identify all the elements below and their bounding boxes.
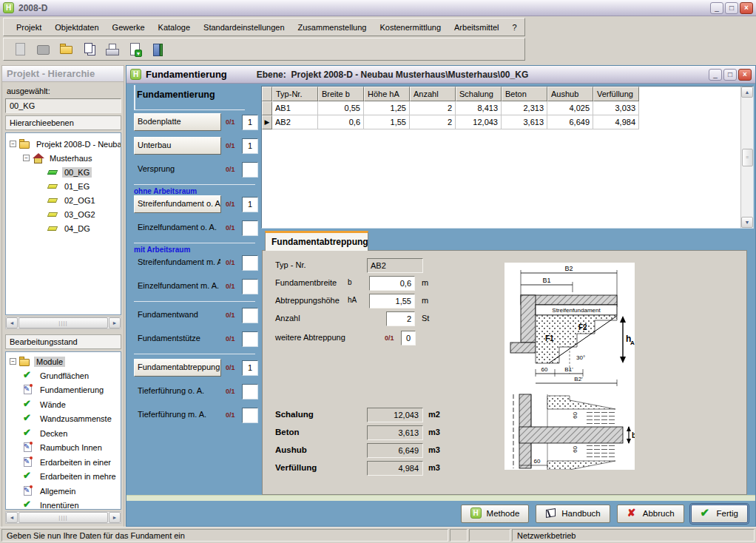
scroll-thumb[interactable]: ≡ bbox=[742, 149, 753, 166]
module-button[interactable]: Fundamentstütze bbox=[134, 330, 221, 348]
module-count-field[interactable]: 1 bbox=[242, 138, 258, 154]
scroll-up-icon[interactable]: ▲ bbox=[741, 87, 753, 98]
module-count-field[interactable] bbox=[242, 331, 258, 347]
module-count-field[interactable] bbox=[242, 384, 258, 399]
exit-icon[interactable] bbox=[149, 41, 168, 58]
close-button[interactable]: × bbox=[740, 2, 753, 14]
menu-item[interactable]: Kostenermittlung bbox=[373, 21, 448, 34]
new-document-icon[interactable] bbox=[11, 41, 30, 58]
open-disabled-icon[interactable] bbox=[34, 41, 53, 58]
tree-node[interactable]: − Musterhaus bbox=[6, 151, 121, 165]
copy-icon[interactable] bbox=[80, 41, 99, 58]
tree-node[interactable]: − 01_EG bbox=[6, 179, 121, 193]
scroll-left-icon[interactable]: ◄ bbox=[6, 317, 18, 328]
footer-button[interactable]: H Methode bbox=[461, 505, 530, 523]
module-status-item[interactable]: ✔ ✎ Wandzusammenste bbox=[6, 412, 121, 427]
column-header[interactable]: Schalung bbox=[456, 87, 502, 101]
menu-item[interactable]: Objektdaten bbox=[48, 21, 105, 34]
print-icon[interactable] bbox=[103, 41, 122, 58]
table-vscrollbar[interactable]: ▲ ≡ ▼ bbox=[740, 87, 753, 228]
menu-item[interactable]: Projekt bbox=[10, 21, 48, 34]
module-button[interactable]: Tieferführung m. A. bbox=[134, 406, 221, 424]
menu-item[interactable]: Zusammenstellung bbox=[291, 21, 374, 34]
column-header[interactable]: Höhe hA bbox=[364, 87, 410, 101]
module-button[interactable]: Bodenplatte bbox=[134, 113, 221, 131]
column-header[interactable]: Beton bbox=[502, 87, 547, 101]
scroll-thumb[interactable]: |||| bbox=[18, 317, 108, 328]
module-button[interactable]: Streifenfundament o. A. bbox=[134, 195, 221, 213]
module-count-field[interactable] bbox=[242, 162, 258, 178]
module-count-field[interactable] bbox=[242, 279, 258, 294]
module-status-item[interactable]: ✔ ✎ Allgemein bbox=[6, 484, 121, 499]
module-status-item[interactable]: ✔ ✎ Innentüren bbox=[6, 499, 121, 510]
module-status-item[interactable]: ✔ ✎ Wände bbox=[6, 397, 121, 412]
inner-minimize-button[interactable]: _ bbox=[709, 69, 722, 81]
column-header[interactable]: Anzahl bbox=[410, 87, 456, 101]
module-status-item[interactable]: ✔ ✎ Raumbuch Innen bbox=[6, 441, 121, 456]
footer-button[interactable]: ✘ Abbruch bbox=[617, 505, 684, 523]
menu-item[interactable]: Standardeinstellungen bbox=[197, 21, 291, 34]
tab-fundamentabtreppung[interactable]: Fundamentabtreppung bbox=[265, 231, 368, 251]
column-header[interactable]: Typ-Nr. bbox=[272, 87, 318, 101]
expander-icon[interactable]: − bbox=[10, 358, 16, 365]
module-button[interactable]: Einzelfundament o. A. bbox=[134, 219, 221, 237]
scroll-down-icon[interactable]: ▼ bbox=[741, 217, 753, 228]
weitere-input[interactable]: 0 bbox=[401, 331, 416, 345]
selected-value-field[interactable]: 00_KG bbox=[5, 98, 121, 113]
column-header[interactable]: Breite b bbox=[318, 87, 364, 101]
module-count-field[interactable]: 1 bbox=[242, 115, 258, 130]
expander-icon[interactable]: − bbox=[23, 155, 30, 161]
column-header[interactable]: Verfüllung bbox=[593, 87, 639, 101]
module-count-field[interactable]: 1 bbox=[242, 360, 258, 376]
status-hscrollbar[interactable]: ◄ |||| ► bbox=[5, 511, 121, 524]
module-root-node[interactable]: − Module bbox=[6, 354, 121, 368]
module-count-field[interactable] bbox=[242, 220, 258, 236]
module-count-field[interactable] bbox=[242, 255, 258, 271]
tree-node[interactable]: − 02_OG1 bbox=[6, 193, 121, 207]
inner-maximize-button[interactable]: □ bbox=[723, 69, 737, 81]
menu-item[interactable]: Arbeitsmittel bbox=[448, 21, 506, 34]
tree-node[interactable]: − 00_KG bbox=[6, 165, 121, 179]
module-count-field[interactable] bbox=[242, 308, 258, 323]
breite-input[interactable]: 0,6 bbox=[369, 276, 415, 291]
scroll-thumb[interactable]: |||| bbox=[18, 512, 108, 523]
module-button[interactable]: Versprung bbox=[134, 161, 221, 178]
scroll-left-icon[interactable]: ◄ bbox=[6, 512, 18, 523]
anzahl-input[interactable]: 2 bbox=[386, 311, 415, 326]
module-button[interactable]: Fundamentabtreppung bbox=[134, 359, 221, 377]
hoehe-input[interactable]: 1,55 bbox=[369, 294, 415, 308]
module-count-field[interactable]: 1 bbox=[242, 197, 258, 212]
scroll-right-icon[interactable]: ► bbox=[109, 317, 121, 328]
footer-button[interactable]: Handbuch bbox=[536, 505, 610, 523]
scroll-right-icon[interactable]: ► bbox=[109, 512, 121, 523]
table-row[interactable]: ▶ AB1 0,55 1,25 2 8,413 2,313 4,025 3,03… bbox=[262, 101, 740, 115]
module-status-item[interactable]: ✔ ✎ Erdarbeiten in einer bbox=[6, 455, 121, 470]
tree-node[interactable]: − 03_OG2 bbox=[6, 207, 121, 221]
minimize-button[interactable]: _ bbox=[710, 2, 723, 14]
module-status-item[interactable]: ✔ ✎ Grundflächen bbox=[6, 368, 121, 383]
module-count-field[interactable] bbox=[242, 408, 258, 423]
inner-close-button[interactable]: × bbox=[738, 69, 752, 81]
module-status-item[interactable]: ✔ ✎ Decken bbox=[6, 426, 121, 441]
module-counter: 0/1 bbox=[226, 166, 242, 173]
table-row[interactable]: ▶ AB2 0,6 1,55 2 12,043 3,613 6,649 4,98… bbox=[262, 115, 740, 129]
module-button[interactable]: Fundamentwand bbox=[134, 306, 221, 324]
open-folder-icon[interactable] bbox=[57, 41, 76, 58]
column-header[interactable]: Aushub bbox=[547, 87, 593, 101]
tree-node[interactable]: − Projekt 2008-D - Neubau bbox=[6, 137, 121, 151]
module-button[interactable]: Tieferführung o. A. bbox=[134, 382, 221, 400]
expander-icon[interactable]: − bbox=[10, 141, 16, 147]
tree-node[interactable]: − 04_DG bbox=[6, 221, 121, 235]
menu-item[interactable]: ? bbox=[506, 21, 524, 34]
menu-item[interactable]: Gewerke bbox=[106, 21, 152, 34]
footer-button[interactable]: ✔ Fertig bbox=[691, 505, 748, 523]
menu-item[interactable]: Kataloge bbox=[152, 21, 197, 34]
module-button[interactable]: Einzelfundament m. A. bbox=[134, 277, 221, 295]
module-button[interactable]: Unterbau bbox=[134, 137, 221, 155]
export-icon[interactable]: ▼ bbox=[126, 41, 145, 58]
module-status-item[interactable]: ✔ ✎ Fundamentierung bbox=[6, 383, 121, 398]
hierarchy-hscrollbar[interactable]: ◄ |||| ► bbox=[5, 317, 121, 329]
restore-button[interactable]: □ bbox=[725, 2, 738, 14]
module-status-item[interactable]: ✔ ✎ Erdarbeiten in mehre bbox=[6, 470, 121, 485]
module-button[interactable]: Streifenfundament m. A. bbox=[134, 254, 221, 272]
